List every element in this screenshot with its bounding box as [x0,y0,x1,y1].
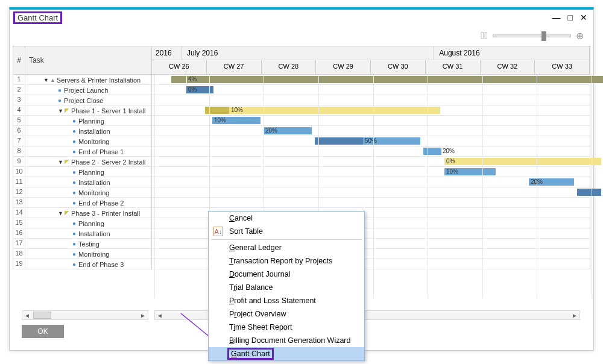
menu-label: Gantt Chart [227,348,274,360]
chart-cell[interactable]: 0% [152,157,590,167]
chart-cell[interactable]: 10% [152,116,590,126]
menu-item[interactable]: Profit and Loss Statement [209,294,364,307]
task-cell[interactable]: ●Installation [25,177,152,187]
scroll-left-icon[interactable]: ◄ [22,312,32,319]
scroll-left-icon[interactable]: ◄ [155,312,165,319]
row-number: 19 [13,259,25,269]
task-cell[interactable]: ●Planning [25,167,152,177]
chart-cell[interactable] [152,198,590,208]
chart-cell[interactable]: 4% [152,75,590,85]
gantt-bar[interactable] [187,76,603,83]
task-row[interactable]: 5●Planning10% [13,116,590,126]
scroll-right-icon[interactable]: ► [570,312,579,319]
task-scrollbar[interactable]: ◄ ► [22,310,148,320]
progress-label: 20% [531,178,543,185]
ok-button[interactable]: OK [22,325,64,338]
row-number: 14 [13,208,25,218]
gantt-bar[interactable] [423,148,441,155]
task-cell[interactable]: ●Monitoring [25,136,152,146]
task-cell[interactable]: ▼Phase 1 - Server 1 Install [25,105,152,116]
menu-item[interactable]: Transaction Report by Projects [209,254,364,268]
menu-item[interactable]: Billing Document Generation Wizard [209,334,364,347]
task-cell[interactable]: ▼▲Servers & Printer Installation [25,75,152,85]
chart-cell[interactable]: 20% [152,146,590,157]
menu-label: Project Overview [229,310,286,318]
task-cell[interactable]: ●Project Close [25,95,152,105]
menu-item[interactable]: General Ledger [209,241,364,254]
chart-cell[interactable]: 10% [152,105,590,116]
chart-cell[interactable]: 0% [152,85,590,95]
task-row[interactable]: 8●End of Phase 120% [13,146,590,157]
zoom-slider[interactable] [493,34,571,37]
menu-label: Billing Document Generation Wizard [229,336,350,345]
scroll-right-icon[interactable]: ► [138,312,148,319]
task-row[interactable]: 12●Monitoring [13,187,590,198]
task-label: Testing [78,240,99,248]
zoom-in-icon[interactable]: ⊕ [576,30,584,42]
task-cell[interactable]: ▼Phase 2 - Server 2 Install [25,157,152,167]
chart-cell[interactable] [152,187,590,198]
menu-item[interactable]: Time Sheet Report [209,321,364,334]
task-row[interactable]: 3●Project Close [13,95,590,105]
menu-item[interactable]: Cancel [209,212,364,225]
chart-cell[interactable]: 50% [152,136,590,146]
bullet-icon: ● [72,230,76,237]
caret-down-icon[interactable]: ▼ [58,159,63,165]
menu-label: Document Journal [229,270,290,278]
context-menu[interactable]: CancelA↓Sort TableGeneral LedgerTransact… [208,211,365,361]
progress-label: 10% [214,117,226,124]
gantt-bar[interactable] [205,107,229,114]
bullet-icon: ● [58,87,62,93]
task-cell[interactable]: ●Installation [25,228,152,239]
task-cell[interactable]: ●Installation [25,126,152,136]
chart-cell[interactable]: 20% [152,177,590,187]
task-row[interactable]: 2●Project Launch0% [13,85,590,95]
task-cell[interactable]: ●End of Phase 1 [25,146,152,157]
task-cell[interactable]: ●End of Phase 2 [25,198,152,208]
task-row[interactable]: 13●End of Phase 2 [13,198,590,208]
zoom-slider-thumb[interactable] [541,31,546,41]
minimize-button[interactable]: — [552,13,561,22]
menu-item[interactable]: Document Journal [209,268,364,281]
task-label: Phase 1 - Server 1 Install [71,107,146,115]
task-row[interactable]: 11●Installation20% [13,177,590,187]
zoom-out-icon[interactable]: ⚊⃝ [481,30,488,41]
menu-item[interactable]: A↓Sort Table [209,225,364,238]
task-cell[interactable]: ●Monitroing [25,249,152,259]
menu-item[interactable]: Project Overview [209,307,364,321]
gantt-bar[interactable] [444,158,601,165]
header-week: CW 30 [371,60,426,75]
caret-down-icon[interactable]: ▼ [58,210,63,216]
chart-cell[interactable]: 10% [152,167,590,177]
task-cell[interactable]: ●Project Launch [25,85,152,95]
task-row[interactable]: 4▼Phase 1 - Server 1 Install10% [13,105,590,116]
task-row[interactable]: 6●Installation20% [13,126,590,136]
gantt-bar[interactable] [315,137,363,145]
scroll-thumb[interactable] [33,312,51,319]
caret-down-icon[interactable]: ▼ [58,108,63,114]
task-label: End of Phase 1 [78,148,124,155]
header-week: CW 26 [152,60,207,75]
chart-cell[interactable] [152,95,590,105]
menu-item[interactable]: Gantt Chart [209,347,364,360]
gantt-bar[interactable] [229,107,440,114]
task-cell[interactable]: ●End of Phase 3 [25,259,152,269]
caret-down-icon[interactable]: ▼ [43,77,49,83]
chart-cell[interactable]: 20% [152,126,590,136]
task-row[interactable]: 1▼▲Servers & Printer Installation4% [13,75,590,85]
task-cell[interactable]: ▼Phase 3 - Printer Install [25,208,152,218]
row-number: 18 [13,249,25,259]
close-button[interactable]: ✕ [580,13,587,22]
task-cell[interactable]: ●Testing [25,239,152,249]
task-row[interactable]: 10●Planning10% [13,167,590,177]
task-cell[interactable]: ●Monitoring [25,187,152,198]
task-row[interactable]: 9▼Phase 2 - Server 2 Install0% [13,157,590,167]
gantt-bar[interactable] [577,189,601,196]
task-cell[interactable]: ●Planning [25,116,152,126]
task-cell[interactable]: ●Planning [25,218,152,228]
task-row[interactable]: 7●Monitoring50% [13,136,590,146]
menu-item[interactable]: Trial Balance [209,281,364,294]
gantt-bar[interactable] [171,76,186,83]
maximize-button[interactable]: □ [568,13,573,22]
window-title: Gantt Chart [13,11,62,24]
